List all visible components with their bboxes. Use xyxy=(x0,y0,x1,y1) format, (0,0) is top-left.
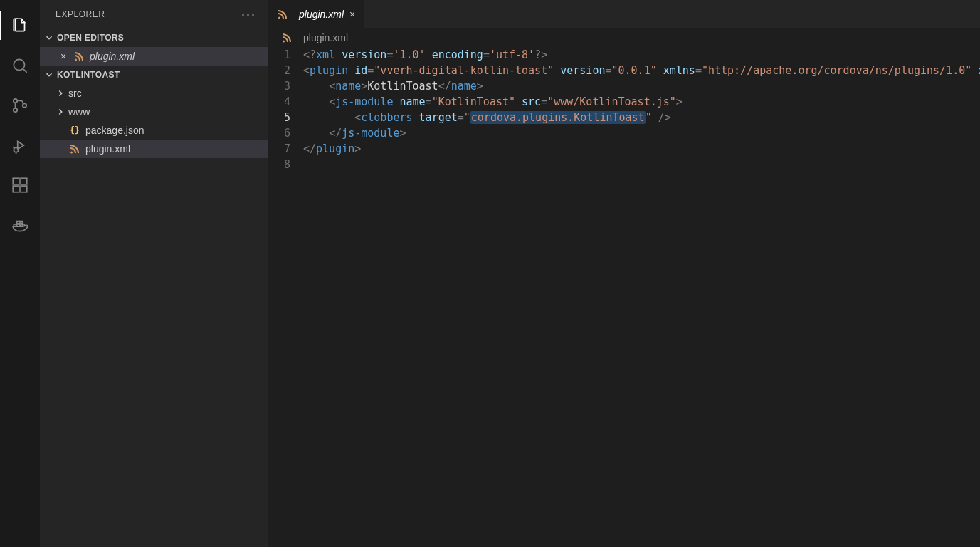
file-item[interactable]: plugin.xml xyxy=(40,140,268,158)
activity-extensions[interactable] xyxy=(0,165,40,205)
tree-item-label: www xyxy=(68,106,90,118)
folder-item[interactable]: www xyxy=(40,103,268,121)
workspace-header[interactable]: KOTLINTOAST xyxy=(40,66,268,84)
xml-file-icon xyxy=(73,51,85,62)
open-editor-item[interactable]: ×plugin.xml xyxy=(40,47,268,66)
file-tree: srcwww{}package.jsonplugin.xml xyxy=(40,84,268,158)
tree-item-label: plugin.xml xyxy=(85,143,130,155)
close-icon[interactable]: × xyxy=(57,51,70,62)
tree-item-label: package.json xyxy=(85,125,144,136)
xml-file-icon xyxy=(276,9,289,20)
workspace-name: KOTLINTOAST xyxy=(57,70,120,80)
activity-source-control[interactable] xyxy=(0,85,40,125)
tabs-bar: plugin.xml × xyxy=(268,0,980,28)
svg-rect-7 xyxy=(13,178,19,184)
svg-point-3 xyxy=(14,108,17,112)
breadcrumb[interactable]: plugin.xml xyxy=(268,28,980,47)
extensions-icon xyxy=(11,176,29,194)
svg-point-0 xyxy=(14,59,24,70)
debug-icon xyxy=(11,136,29,155)
explorer-title: EXPLORER xyxy=(56,9,105,19)
activity-docker[interactable] xyxy=(0,205,40,245)
sidebar-header: EXPLORER ··· xyxy=(40,0,268,28)
files-icon xyxy=(11,16,29,35)
chevron-right-icon xyxy=(56,88,67,98)
activity-explorer[interactable] xyxy=(0,6,40,46)
svg-rect-10 xyxy=(21,178,27,184)
svg-rect-8 xyxy=(13,186,19,192)
source-control-icon xyxy=(11,96,29,115)
activity-search[interactable] xyxy=(0,46,40,85)
open-editors-label: OPEN EDITORS xyxy=(57,33,124,43)
svg-point-4 xyxy=(23,103,26,107)
close-icon[interactable]: × xyxy=(349,9,355,20)
svg-rect-14 xyxy=(17,222,19,224)
json-file-icon: {} xyxy=(68,125,81,135)
xml-file-icon xyxy=(280,32,293,43)
open-editor-label: plugin.xml xyxy=(90,51,135,62)
tab-label: plugin.xml xyxy=(299,9,344,20)
line-number-gutter: 12345678 xyxy=(268,47,303,547)
chevron-right-icon xyxy=(56,107,67,117)
explorer-more-button[interactable]: ··· xyxy=(241,7,256,22)
activity-debug[interactable] xyxy=(0,125,40,165)
tree-item-label: src xyxy=(68,88,82,99)
activity-bar xyxy=(0,0,40,547)
svg-line-1 xyxy=(23,69,27,73)
xml-file-icon xyxy=(68,143,81,155)
chevron-down-icon xyxy=(44,70,54,80)
editor-area: plugin.xml × plugin.xml 12345678 <?xml v… xyxy=(268,0,980,547)
open-editors-header[interactable]: OPEN EDITORS xyxy=(40,28,268,47)
search-icon xyxy=(11,56,29,75)
svg-point-2 xyxy=(14,99,17,103)
docker-icon xyxy=(11,216,29,234)
tab-plugin-xml[interactable]: plugin.xml × xyxy=(268,0,364,28)
file-item[interactable]: {}package.json xyxy=(40,121,268,140)
sidebar: EXPLORER ··· OPEN EDITORS ×plugin.xml KO… xyxy=(40,0,268,547)
open-editors-list: ×plugin.xml xyxy=(40,47,268,66)
folder-item[interactable]: src xyxy=(40,84,268,103)
chevron-down-icon xyxy=(44,33,54,43)
code-content[interactable]: <?xml version='1.0' encoding='utf-8'?><p… xyxy=(303,47,980,547)
svg-rect-9 xyxy=(21,186,27,192)
breadcrumb-file: plugin.xml xyxy=(303,32,348,43)
code-editor[interactable]: 12345678 <?xml version='1.0' encoding='u… xyxy=(268,47,980,547)
